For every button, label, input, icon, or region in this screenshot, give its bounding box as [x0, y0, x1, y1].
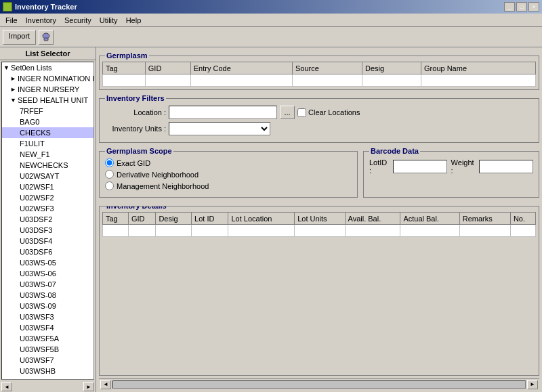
title-bar: Inventory Tracker _ □ × — [0, 0, 542, 14]
germplasm-section: Germplasm TagGIDEntry CodeSourceDesigGro… — [99, 56, 539, 90]
tree-item-u03ws07[interactable]: U03WS-07 — [2, 279, 93, 290]
tree-item-u03wsf4[interactable]: U03WSF4 — [2, 322, 93, 333]
location-browse-button[interactable]: ... — [280, 106, 295, 119]
tree-item-u03wsf3[interactable]: U03WSF3 — [2, 311, 93, 322]
weight-input[interactable] — [479, 160, 533, 173]
tree-item-u02wsf3[interactable]: U02WSF3 — [2, 203, 93, 214]
details-col-desig: Desig — [156, 213, 192, 225]
tree-item-new_f1[interactable]: NEW_F1 — [2, 149, 93, 160]
barcode-section: Barcode Data LotID : Weight : — [363, 151, 539, 198]
tree-label-u02wsf3: U02WSF3 — [20, 204, 54, 213]
location-input[interactable] — [169, 106, 277, 119]
tree-item-u03ws06[interactable]: U03WS-06 — [2, 268, 93, 279]
bottom-bar: ◄ ► — [99, 378, 539, 389]
tree-item-checks[interactable]: CHECKS — [2, 127, 93, 138]
tree-label-checks: CHECKS — [20, 129, 51, 137]
tree-item-inger_nom[interactable]: ► INGER NOMINATION LI... — [2, 73, 93, 84]
tree-item-inger_nur[interactable]: ► INGER NURSERY — [2, 84, 93, 95]
details-col-no-: No. — [510, 213, 535, 225]
tree-item-u03ws05[interactable]: U03WS-05 — [2, 257, 93, 268]
tree-expand-inger_nom: ► — [10, 75, 16, 82]
tree-container[interactable]: ▼ Set0en Lists► INGER NOMINATION LI...► … — [1, 62, 94, 380]
toolbar: Import — [0, 27, 542, 47]
tree-item-u03wshb[interactable]: U03WSHB — [2, 366, 93, 376]
hscroll-left-button[interactable]: ◄ — [100, 380, 111, 389]
details-cell — [192, 225, 228, 237]
tree-label-u03ws06: U03WS-06 — [20, 269, 56, 278]
menu-inventory[interactable]: Inventory — [22, 15, 60, 26]
clear-locations-check[interactable] — [297, 108, 306, 117]
tree-item-u03dsf6[interactable]: U03DSF6 — [2, 246, 93, 257]
tree-item-set0en[interactable]: ▼ Set0en Lists — [2, 62, 93, 73]
import-button[interactable]: Import — [3, 30, 36, 45]
menu-file[interactable]: File — [1, 15, 22, 26]
tree-label-u03wsf4: U03WSF4 — [20, 324, 54, 332]
minimize-button[interactable]: _ — [504, 2, 515, 12]
details-col-avail--bal-: Avail. Bal. — [345, 213, 400, 225]
main-container: List Selector ▼ Set0en Lists► INGER NOMI… — [0, 47, 542, 392]
germplasm-col-group-name: Group Name — [421, 62, 536, 74]
details-col-gid: GID — [128, 213, 156, 225]
tree-item-bag0[interactable]: BAG0 — [2, 116, 93, 127]
details-table-container[interactable]: TagGIDDesigLot IDLot LocationLot UnitsAv… — [102, 212, 536, 372]
menu-utility[interactable]: Utility — [96, 15, 122, 26]
details-col-lot-location: Lot Location — [228, 213, 295, 225]
tree-label-u03wsf3: U03WSF3 — [20, 313, 54, 321]
tree-label-u03dsf2: U03DSF2 — [20, 215, 52, 223]
scroll-btn-bar: ◄ ► — [0, 381, 96, 392]
tree-item-newchecks[interactable]: NEWCHECKS — [2, 160, 93, 171]
menu-help[interactable]: Help — [122, 15, 146, 26]
tree-label-newchecks: NEWCHECKS — [20, 161, 68, 169]
units-label: Inventory Units : — [105, 125, 166, 133]
tree-item-7rfef[interactable]: 7RFEF — [2, 106, 93, 116]
clear-locations-checkbox[interactable]: Clear Locations — [297, 108, 360, 117]
exact-gid-radio[interactable] — [105, 158, 114, 167]
tree-item-u03ws08[interactable]: U03WS-08 — [2, 290, 93, 301]
location-label: Location : — [105, 108, 166, 116]
hscroll-right-button[interactable]: ► — [527, 380, 538, 389]
details-cell — [228, 225, 295, 237]
management-row: Management Neighborhood — [105, 181, 352, 190]
exact-gid-label: Exact GID — [117, 159, 150, 167]
germplasm-col-gid: GID — [145, 62, 190, 74]
tree-item-u03dsf3[interactable]: U03DSF3 — [2, 225, 93, 236]
tree-item-u03wsf5b[interactable]: U03WSF5B — [2, 344, 93, 355]
management-radio[interactable] — [105, 181, 114, 190]
tree-label-u03wsf7: U03WSF7 — [20, 356, 54, 364]
maximize-button[interactable]: □ — [516, 2, 527, 12]
tree-label-seed_health: SEED HEALTH UNIT — [18, 96, 88, 104]
horizontal-scrollbar[interactable] — [112, 380, 526, 389]
close-button[interactable]: × — [528, 2, 539, 12]
tree-label-u03ws05: U03WS-05 — [20, 259, 56, 267]
inventory-filters-section: Inventory Filters Location : ... Clear L… — [99, 98, 539, 143]
tree-label-u02wsayt: U02WSAYT — [20, 172, 59, 180]
lotid-input[interactable] — [393, 160, 447, 173]
left-panel: List Selector ▼ Set0en Lists► INGER NOMI… — [0, 47, 96, 392]
tree-item-u02wsayt[interactable]: U02WSAYT — [2, 171, 93, 181]
details-cell — [128, 225, 156, 237]
tree-item-u03wsf5a[interactable]: U03WSF5A — [2, 333, 93, 344]
derivative-label: Derivative Neighborhood — [117, 171, 199, 179]
tree-item-f1ulit[interactable]: F1ULIT — [2, 138, 93, 149]
tree-item-u03wsf7[interactable]: U03WSF7 — [2, 355, 93, 366]
scroll-right-button[interactable]: ► — [83, 382, 94, 391]
tree-item-u04dsf1[interactable]: U04DSF1 — [2, 376, 93, 380]
tree-item-u03dsf2[interactable]: U03DSF2 — [2, 214, 93, 225]
scroll-left-button[interactable]: ◄ — [1, 382, 12, 391]
germplasm-col-entry-code: Entry Code — [190, 62, 292, 74]
tree-item-u03ws09[interactable]: U03WS-09 — [2, 301, 93, 311]
tree-expand-inger_nur: ► — [10, 86, 16, 93]
menu-security[interactable]: Security — [60, 15, 96, 26]
tree-item-seed_health[interactable]: ▼ SEED HEALTH UNIT — [2, 95, 93, 106]
tree-item-u02wsf2[interactable]: U02WSF2 — [2, 192, 93, 203]
toolbar-icon — [39, 30, 54, 45]
tree-label-7rfef: 7RFEF — [20, 107, 43, 115]
derivative-radio[interactable] — [105, 170, 114, 179]
units-select[interactable] — [169, 122, 270, 135]
app-icon — [3, 2, 12, 12]
right-panel: Germplasm TagGIDEntry CodeSourceDesigGro… — [96, 47, 542, 392]
tree-label-u03dsf3: U03DSF3 — [20, 226, 52, 234]
tree-item-u03dsf4[interactable]: U03DSF4 — [2, 236, 93, 246]
tree-label-u03ws07: U03WS-07 — [20, 280, 56, 288]
tree-item-u02wsf1[interactable]: U02WSF1 — [2, 181, 93, 192]
